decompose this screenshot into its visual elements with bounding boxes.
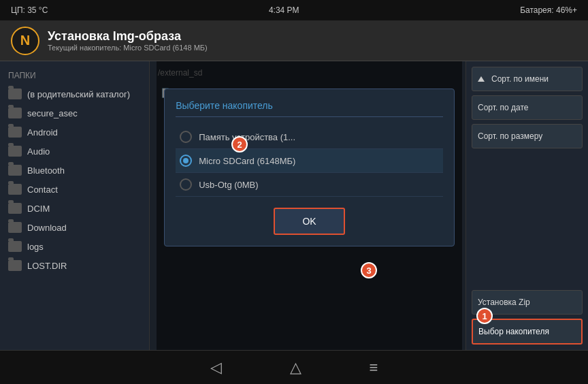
main-content: Папки (в родительский каталог) secure_as… [0, 61, 588, 350]
step-badge-2: 2 [231, 136, 248, 153]
sidebar-item-dcim[interactable]: DCIM [0, 199, 149, 218]
folder-icon [8, 108, 22, 118]
sort-asc-icon [478, 76, 485, 82]
sidebar-header: Папки [0, 67, 149, 84]
storage-dialog: Выберите накопитель Память устройства (1… [164, 89, 455, 246]
folder-icon [8, 203, 22, 214]
file-area: /external_sd 📄 boot.img Выберите накопит… [150, 61, 466, 350]
sort-size-label: Сорт. по размеру [478, 131, 542, 141]
folder-icon [8, 146, 22, 157]
clock: 4:34 PM [269, 5, 299, 15]
folder-icon [8, 260, 22, 271]
install-zip-label: Установка Zip [478, 298, 530, 307]
header: N Установка Img-образа Текущий накопител… [0, 20, 588, 61]
sidebar-item-label: secure_asec [27, 108, 78, 118]
right-panel: Сорт. по имени Сорт. по дате Сорт. по ра… [466, 61, 588, 350]
battery: Батарея: 46%+ [520, 5, 577, 15]
folder-icon [8, 241, 22, 252]
dialog-title: Выберите накопитель [176, 100, 443, 117]
folder-icon [8, 165, 22, 176]
sort-by-date-button[interactable]: Сорт. по дате [472, 95, 583, 120]
sidebar-item-label: DCIM [27, 204, 50, 214]
sidebar-item-label: logs [27, 242, 44, 252]
sort-by-size-button[interactable]: Сорт. по размеру [472, 124, 583, 148]
header-text: Установка Img-образа Текущий накопитель:… [48, 29, 208, 52]
status-bar: ЦП: 35 °С 4:34 PM Батарея: 46%+ [0, 0, 588, 20]
app-logo: N [11, 27, 39, 55]
menu-button[interactable]: ≡ [363, 356, 385, 379]
radio-label-1: Память устройства (1... [199, 132, 295, 142]
radio-circle-2 [180, 155, 192, 167]
sort-by-name-button[interactable]: Сорт. по имени [472, 67, 583, 91]
sidebar-item-label: (в родительский каталог) [27, 89, 130, 99]
radio-circle-3 [180, 178, 192, 191]
sidebar-item-label: Contact [27, 185, 58, 195]
radio-circle-1 [180, 131, 192, 143]
sort-name-label: Сорт. по имени [491, 74, 549, 84]
sidebar: Папки (в родительский каталог) secure_as… [0, 61, 150, 350]
step-badge-1: 1 [476, 308, 493, 324]
radio-label-2: Micro SDCard (6148МБ) [199, 156, 295, 166]
dialog-overlay: Выберите накопитель Память устройства (1… [157, 61, 462, 350]
step-badge-3: 3 [361, 262, 377, 278]
folder-icon [8, 89, 22, 99]
home-button[interactable]: △ [283, 356, 308, 379]
sidebar-item-android[interactable]: Android [0, 123, 149, 142]
sidebar-item-bluetooth[interactable]: Bluetooth [0, 161, 149, 180]
sort-date-label: Сорт. по дате [478, 103, 529, 112]
sidebar-item-logs[interactable]: logs [0, 237, 149, 256]
header-subtitle: Текущий накопитель: Micro SDCard (6148 М… [48, 44, 208, 52]
sidebar-item-parent[interactable]: (в родительский каталог) [0, 84, 149, 103]
radio-device-memory[interactable]: Память устройства (1... [176, 125, 443, 149]
back-button[interactable]: ◁ [203, 356, 229, 379]
sidebar-item-label: Download [27, 223, 67, 233]
radio-microsd[interactable]: Micro SDCard (6148МБ) [176, 149, 443, 173]
spacer [472, 153, 583, 286]
sidebar-item-secure[interactable]: secure_asec [0, 103, 149, 123]
folder-icon [8, 184, 22, 195]
header-title: Установка Img-образа [48, 29, 208, 44]
sidebar-item-label: LOST.DIR [27, 261, 67, 271]
sidebar-item-lost-dir[interactable]: LOST.DIR [0, 256, 149, 275]
bottom-bar: ◁ △ ≡ [0, 350, 588, 384]
folder-icon [8, 222, 22, 233]
sidebar-item-label: Android [27, 127, 58, 138]
sidebar-item-label: Audio [27, 146, 50, 157]
sidebar-item-contact[interactable]: Contact [0, 180, 149, 199]
radio-label-3: Usb-Otg (0МB) [199, 180, 258, 190]
radio-usb-otg[interactable]: Usb-Otg (0МB) [176, 173, 443, 197]
folder-icon [8, 127, 22, 138]
sidebar-item-audio[interactable]: Audio [0, 142, 149, 161]
dialog-ok-button[interactable]: OK [274, 208, 344, 235]
select-storage-label: Выбор накопителя [478, 327, 549, 336]
cpu-temp: ЦП: 35 °С [11, 5, 48, 15]
sidebar-item-label: Bluetooth [27, 165, 65, 176]
sidebar-item-download[interactable]: Download [0, 218, 149, 237]
